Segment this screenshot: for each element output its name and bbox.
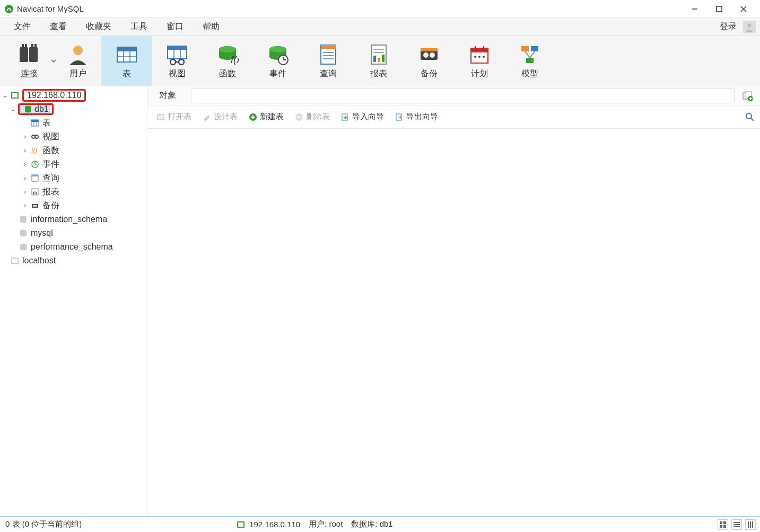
ribbon-backup-button[interactable]: 备份 bbox=[404, 36, 454, 86]
caret-right-icon[interactable]: › bbox=[20, 188, 30, 196]
svg-rect-41 bbox=[373, 56, 376, 62]
caret-down-icon[interactable]: ⌄ bbox=[0, 92, 10, 99]
event-icon bbox=[266, 43, 290, 66]
ribbon-model-button[interactable]: 模型 bbox=[504, 36, 555, 86]
svg-rect-42 bbox=[378, 58, 380, 62]
view-grid-button[interactable] bbox=[718, 519, 728, 530]
ribbon-event-button[interactable]: 事件 bbox=[252, 36, 303, 86]
export-wizard-button[interactable]: 导出向导 bbox=[390, 110, 442, 124]
menu-file[interactable]: 文件 bbox=[4, 18, 40, 36]
svg-point-52 bbox=[474, 56, 476, 58]
connection-inactive-icon bbox=[10, 255, 20, 266]
svg-rect-78 bbox=[36, 192, 37, 194]
ribbon-toolbar: 连接 用户 表 视图 f(x) 函数 bbox=[0, 36, 760, 86]
new-table-button[interactable]: 新建表 bbox=[244, 110, 288, 124]
tree-connection-localhost[interactable]: localhost bbox=[0, 254, 147, 268]
svg-rect-19 bbox=[168, 46, 187, 50]
delete-table-label: 删除表 bbox=[306, 112, 330, 122]
ribbon-view-button[interactable]: 视图 bbox=[152, 36, 202, 86]
svg-rect-14 bbox=[117, 47, 136, 51]
tree-database-mysql[interactable]: mysql bbox=[0, 226, 147, 240]
caret-down-icon[interactable]: ⌄ bbox=[8, 105, 18, 113]
menu-tools[interactable]: 工具 bbox=[121, 18, 157, 36]
caret-right-icon[interactable]: › bbox=[20, 174, 30, 182]
database-active-icon bbox=[23, 104, 33, 114]
tree-views[interactable]: › 视图 bbox=[0, 130, 147, 144]
status-user-value: root bbox=[329, 519, 343, 528]
caret-right-icon[interactable]: › bbox=[20, 133, 30, 140]
tree-info-schema-label: information_schema bbox=[31, 215, 107, 224]
view-list-button[interactable] bbox=[731, 519, 742, 530]
search-button[interactable] bbox=[744, 111, 756, 123]
query-icon bbox=[317, 43, 340, 66]
menu-help[interactable]: 帮助 bbox=[193, 18, 229, 36]
database-inactive-icon bbox=[18, 242, 29, 252]
delete-table-button[interactable]: 删除表 bbox=[290, 110, 334, 124]
open-table-button[interactable]: 打开表 bbox=[152, 110, 196, 124]
svg-point-12 bbox=[73, 46, 83, 55]
object-list-area bbox=[147, 129, 760, 516]
svg-rect-56 bbox=[531, 46, 538, 51]
menu-favorites[interactable]: 收藏夹 bbox=[76, 18, 121, 36]
minimize-button[interactable] bbox=[683, 1, 707, 17]
ribbon-function-button[interactable]: f(x) 函数 bbox=[202, 36, 252, 86]
svg-text:f(x): f(x) bbox=[231, 55, 239, 65]
connection-tree[interactable]: ⌄ 192.168.0.110 ⌄ db1 表 › bbox=[0, 86, 147, 516]
model-icon bbox=[518, 43, 541, 66]
tree-connection-1[interactable]: ⌄ 192.168.0.110 bbox=[0, 88, 147, 102]
view-detail-button[interactable] bbox=[745, 519, 756, 530]
tree-reports-label: 报表 bbox=[42, 187, 59, 198]
tree-events[interactable]: › 事件 bbox=[0, 157, 147, 171]
ribbon-user-button[interactable]: 用户 bbox=[59, 36, 97, 86]
ribbon-table-button[interactable]: 表 bbox=[101, 36, 152, 86]
ribbon-query-button[interactable]: 查询 bbox=[303, 36, 353, 86]
caret-right-icon[interactable]: › bbox=[20, 202, 30, 209]
svg-rect-107 bbox=[723, 525, 726, 528]
menu-window[interactable]: 窗口 bbox=[157, 18, 193, 36]
tree-reports[interactable]: › 报表 bbox=[0, 185, 147, 199]
tree-database-perf-schema[interactable]: performance_schema bbox=[0, 240, 147, 254]
ribbon-report-button[interactable]: 报表 bbox=[353, 36, 404, 86]
design-table-button[interactable]: 设计表 bbox=[198, 110, 242, 124]
svg-point-100 bbox=[746, 113, 752, 119]
tree-functions[interactable]: › f() 函数 bbox=[0, 144, 147, 157]
svg-rect-10 bbox=[25, 44, 27, 48]
close-button[interactable] bbox=[731, 1, 756, 17]
database-inactive-icon bbox=[18, 228, 29, 238]
tab-objects[interactable]: 对象 bbox=[147, 86, 188, 105]
export-icon bbox=[395, 112, 404, 122]
login-link[interactable]: 登录 bbox=[717, 18, 740, 36]
tree-backups[interactable]: › 备份 bbox=[0, 199, 147, 212]
status-user-label: 用户: bbox=[309, 519, 327, 528]
ribbon-connect-button[interactable]: 连接 bbox=[11, 36, 48, 86]
tree-views-label: 视图 bbox=[42, 131, 59, 143]
new-tab-button[interactable] bbox=[738, 88, 757, 103]
svg-point-68 bbox=[35, 135, 38, 138]
import-icon bbox=[340, 112, 350, 122]
user-avatar-icon[interactable] bbox=[743, 21, 756, 33]
function-small-icon: f() bbox=[30, 145, 40, 156]
caret-right-icon[interactable]: › bbox=[20, 147, 30, 154]
svg-rect-104 bbox=[720, 521, 722, 524]
database-inactive-icon bbox=[18, 214, 29, 225]
svg-point-22 bbox=[170, 59, 176, 65]
table-icon bbox=[115, 43, 138, 66]
tree-database-db1[interactable]: ⌄ db1 bbox=[0, 102, 147, 116]
open-icon bbox=[156, 112, 165, 122]
ribbon-user-label: 用户 bbox=[69, 68, 86, 79]
import-wizard-button[interactable]: 导入向导 bbox=[336, 110, 388, 124]
svg-point-80 bbox=[33, 205, 35, 207]
address-field[interactable] bbox=[191, 88, 735, 103]
svg-rect-9 bbox=[31, 44, 33, 48]
svg-rect-57 bbox=[526, 58, 534, 63]
tree-tables[interactable]: 表 bbox=[0, 116, 147, 130]
caret-right-icon[interactable]: › bbox=[20, 161, 30, 168]
tree-database-info-schema[interactable]: information_schema bbox=[0, 212, 147, 226]
connect-dropdown-arrow[interactable] bbox=[48, 36, 59, 86]
user-icon bbox=[66, 43, 90, 66]
tree-queries[interactable]: › 查询 bbox=[0, 171, 147, 185]
svg-rect-7 bbox=[29, 47, 38, 62]
ribbon-schedule-button[interactable]: 计划 bbox=[454, 36, 504, 86]
maximize-button[interactable] bbox=[707, 1, 731, 17]
menu-view[interactable]: 查看 bbox=[40, 18, 76, 36]
